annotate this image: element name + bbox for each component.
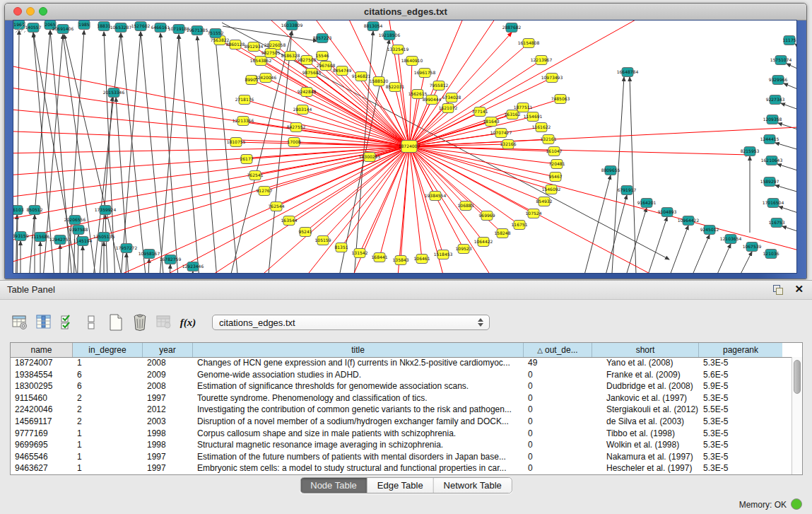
table-scrollbar[interactable] — [792, 357, 802, 474]
select-all-icon[interactable] — [58, 313, 78, 332]
graph-node-label: 2967608 — [317, 63, 336, 68]
table-row[interactable]: 946554611997Estimation of the future num… — [11, 451, 792, 463]
graph-node-label: 95241 — [298, 229, 312, 234]
graph-edge — [305, 146, 409, 232]
graph-edge — [158, 35, 179, 273]
graph-node-label: 1161622 — [532, 124, 551, 129]
column-header-year[interactable]: year — [143, 343, 193, 357]
graph-node-label: 8912934 — [245, 44, 264, 49]
graph-edge — [119, 32, 141, 273]
graph-edge — [223, 26, 317, 41]
window-titlebar[interactable]: citations_edges.txt — [5, 4, 806, 21]
graph-node-label: 1209358 — [763, 117, 782, 122]
graph-node-label: 2803144 — [293, 107, 312, 112]
table-row[interactable]: 1456911722003Disruption of a novel membe… — [11, 416, 792, 428]
graph-edge — [779, 206, 796, 216]
graph-node-label: 9242848 — [298, 89, 317, 94]
graph-node-label: 1154691 — [524, 114, 543, 119]
graph-node-label: 16154808 — [518, 40, 540, 45]
column-header-name[interactable]: name — [11, 343, 73, 357]
float-panel-icon[interactable] — [772, 284, 784, 296]
graph-node-label: 19218506 — [379, 33, 401, 37]
graph-edge — [409, 146, 750, 155]
table-row[interactable]: 2242004622012Investigating the contribut… — [11, 404, 792, 416]
delete-table-icon[interactable] — [154, 313, 174, 332]
status-bar: Memory: OK — [0, 495, 812, 514]
resize-grip-icon[interactable] — [13, 21, 28, 35]
graph-node-label: 16648784 — [617, 69, 639, 74]
table-panel: Table Panel ✕ f(x) citations_edges.txt — [0, 280, 812, 514]
column-header-out_de[interactable]: △out_de... — [524, 343, 592, 357]
graph-node-label: 1588520 — [370, 78, 389, 83]
table-row[interactable]: 1872400712008Changes of HCN gene express… — [11, 357, 792, 369]
deselect-all-icon[interactable] — [82, 313, 102, 332]
column-header-title[interactable]: title — [193, 343, 524, 357]
graph-node-label: 18300295 — [359, 154, 381, 159]
node-table: namein_degreeyeartitle△out_de...shortpag… — [10, 342, 803, 475]
graph-node-label: 1562615 — [408, 91, 428, 96]
table-row[interactable]: 1830029562008Estimation of significance … — [11, 380, 792, 392]
table-body: 1872400712008Changes of HCN gene express… — [11, 357, 792, 474]
graph-node-label: 854932 — [536, 199, 553, 204]
table-panel-header: Table Panel ✕ — [0, 280, 812, 300]
graph-node-label: 17359924 — [95, 207, 117, 212]
graph-node-label: 168441 — [372, 255, 388, 259]
graph-edge — [197, 36, 218, 273]
table-row[interactable]: 969969511998Structural magnetic resonanc… — [11, 439, 792, 451]
network-view-frame: 1872400718300295193845547563822886012889… — [5, 21, 806, 279]
graph-node-label: 10653287 — [110, 25, 132, 30]
graph-node-label: 9146821 — [352, 74, 371, 78]
close-panel-icon[interactable]: ✕ — [794, 283, 804, 296]
graph-node-label: 10958167 — [139, 251, 160, 256]
graph-node-label: 1546092 — [542, 187, 561, 192]
graph-edge — [409, 146, 483, 242]
column-header-pagerank[interactable]: pagerank — [699, 343, 782, 357]
table-settings-icon[interactable] — [10, 313, 30, 332]
graph-node-label: 95467 — [548, 174, 562, 179]
graph-node-label: 15751074 — [770, 57, 792, 62]
graph-node-label: 26103 — [13, 207, 24, 212]
graph-node-label: 13505135 — [93, 234, 115, 239]
table-scrollbar-thumb[interactable] — [794, 360, 801, 394]
table-select-dropdown[interactable]: citations_edges.txt — [212, 315, 490, 330]
column-header-in_degree[interactable]: in_degree — [73, 343, 143, 357]
graph-edge — [13, 146, 409, 153]
graph-node-label: 135843 — [393, 257, 409, 262]
graph-node-label: 163544 — [281, 218, 298, 223]
table-row[interactable]: 946362711997Embryonic stem cells: a mode… — [11, 462, 792, 474]
network-canvas[interactable]: 1872400718300295193845547563822886012889… — [13, 21, 796, 273]
new-column-icon[interactable] — [106, 313, 126, 332]
graph-node-label: 12923446 — [182, 264, 204, 269]
graph-edge — [190, 271, 193, 273]
graph-node-label: 751552 — [208, 30, 224, 35]
graph-node-label: 1067539 — [743, 244, 762, 249]
network-view-window: citations_edges.txt 18724007183002951938… — [4, 3, 807, 279]
graph-node-label: 106883 — [458, 203, 474, 208]
table-row[interactable]: 977716911998Corpus callosum shape and si… — [11, 428, 792, 440]
citation-graph[interactable]: 1872400718300295193845547563822886012889… — [13, 21, 796, 273]
column-header-short[interactable]: short — [592, 343, 699, 357]
graph-node-label: 8990444 — [423, 97, 442, 102]
graph-edge — [729, 252, 752, 273]
dropdown-stepper-icon — [478, 318, 483, 327]
graph-node-label: 20691406 — [52, 26, 74, 31]
graph-node-label: 8454749 — [333, 68, 352, 73]
graph-node-label: 121036 — [763, 251, 779, 256]
graph-node-label: 16782759 — [160, 257, 182, 262]
graph-edge — [775, 143, 796, 152]
graph-node-label: 7955812 — [430, 83, 449, 88]
table-panel-title: Table Panel — [7, 284, 55, 295]
tab-network-table[interactable]: Network Table — [434, 478, 512, 493]
tab-node-table[interactable]: Node Table — [300, 478, 367, 493]
select-columns-icon[interactable] — [34, 313, 54, 332]
graph-node-label: 81351 — [334, 245, 348, 250]
function-builder-icon[interactable]: f(x) — [178, 313, 198, 332]
table-row[interactable]: 911546021997Tourette syndrome. Phenomeno… — [11, 392, 792, 404]
tab-edge-table[interactable]: Edge Table — [367, 478, 434, 493]
graph-edge — [579, 175, 611, 273]
graph-edge — [600, 195, 627, 273]
graph-node-label: 13325419 — [387, 47, 409, 52]
memory-status-indicator[interactable] — [791, 498, 802, 510]
table-row[interactable]: 1938455462009Genome-wide association stu… — [11, 369, 792, 381]
delete-column-icon[interactable] — [130, 313, 150, 332]
